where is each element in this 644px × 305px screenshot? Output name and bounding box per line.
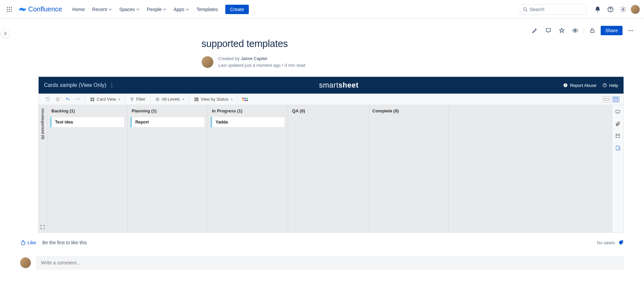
lane: Planning (1)Report (128, 105, 208, 233)
svg-point-14 (574, 30, 576, 32)
svg-point-13 (623, 8, 624, 10)
filter-button[interactable]: Filter (128, 96, 147, 103)
created-by: Created by Jaime Capitel (218, 55, 305, 62)
svg-point-8 (11, 11, 12, 12)
more-actions-icon[interactable] (626, 26, 636, 36)
page-title: supported templates (201, 38, 537, 49)
author-avatar[interactable] (201, 56, 214, 68)
share-button[interactable]: Share (601, 26, 623, 35)
search-icon (523, 7, 527, 12)
card-view-dropdown[interactable]: Card View▾ (88, 96, 122, 103)
byline: Created by Jaime Capitel Last updated ju… (201, 55, 537, 68)
proofs-icon[interactable] (615, 133, 621, 139)
nav-apps[interactable]: Apps (170, 5, 192, 14)
svg-rect-24 (47, 97, 49, 98)
compact-view-toggle[interactable] (603, 96, 610, 102)
svg-point-5 (11, 9, 12, 10)
undo-icon[interactable] (63, 96, 72, 103)
svg-point-4 (9, 9, 10, 10)
right-rail (612, 105, 624, 233)
card[interactable]: Report (130, 117, 205, 128)
all-levels-dropdown[interactable]: All Levels▾ (153, 96, 186, 103)
svg-rect-35 (194, 98, 195, 101)
nav-recent[interactable]: Recent (89, 5, 115, 14)
full-view-toggle[interactable] (612, 96, 619, 102)
user-avatar[interactable] (631, 5, 640, 14)
svg-point-18 (632, 30, 633, 31)
like-button[interactable]: Like (20, 240, 36, 245)
add-label-icon[interactable] (618, 240, 624, 246)
settings-icon[interactable] (618, 4, 629, 15)
restrictions-icon[interactable] (587, 26, 597, 36)
card[interactable]: Yadda (211, 117, 285, 128)
smartsheet-embed: Cards sample (View Only) ⋮ smartsheet Re… (38, 77, 624, 233)
lane-title: Backlog (1) (50, 108, 125, 117)
sidebar-expand-button[interactable] (1, 29, 10, 38)
card[interactable]: Test idea (50, 117, 125, 128)
top-nav: Confluence Home Recent Spaces People App… (0, 0, 644, 19)
product-name: Confluence (28, 5, 62, 13)
svg-point-3 (7, 9, 8, 10)
lane-title: Planning (1) (130, 108, 205, 117)
help-icon[interactable] (605, 4, 616, 15)
last-updated-row: Last updated just a moment ago • 0 min r… (218, 62, 305, 69)
redo-icon (74, 96, 82, 103)
chevron-down-icon (108, 8, 112, 11)
chevron-down-icon: ▾ (119, 98, 120, 101)
confluence-logo[interactable]: Confluence (16, 5, 65, 13)
create-button[interactable]: Create (225, 5, 249, 14)
edit-icon[interactable] (530, 26, 540, 36)
like-prompt: Be the first to like this (42, 240, 87, 245)
svg-point-50 (622, 241, 623, 242)
smartsheet-toolbar: Card View▾ Filter All Levels▾ View by St… (39, 94, 624, 105)
svg-point-7 (9, 11, 10, 12)
smartsheet-header: Cards sample (View Only) ⋮ smartsheet Re… (39, 77, 624, 94)
lane: Backlog (1)Test idea (47, 105, 128, 233)
activity-log-icon[interactable] (615, 145, 621, 151)
reactions-row: Like Be the first to like this No labels (20, 240, 624, 246)
page-actions: Share (0, 19, 644, 36)
nav-home[interactable]: Home (69, 5, 88, 14)
nav-spaces[interactable]: Spaces (116, 5, 143, 14)
svg-point-23 (605, 86, 605, 86)
svg-rect-37 (197, 98, 198, 101)
sheet-menu-icon[interactable]: ⋮ (109, 82, 114, 89)
chevron-down-icon (136, 8, 140, 11)
nav-people[interactable]: People (144, 5, 170, 14)
report-abuse-link[interactable]: Report Abuse (563, 83, 596, 88)
save-icon (43, 96, 52, 103)
uncategorized-rail[interactable]: Uncategorized (0) (39, 105, 47, 233)
app-switcher-icon[interactable] (4, 4, 15, 15)
svg-rect-36 (196, 98, 197, 101)
svg-rect-39 (244, 98, 246, 99)
color-legend-icon[interactable] (240, 97, 250, 102)
chevron-down-icon (163, 8, 166, 11)
search-box[interactable] (520, 4, 587, 15)
chevron-down-icon: ▾ (183, 98, 184, 101)
comment-input[interactable] (36, 256, 624, 270)
chevron-down-icon: ▾ (231, 98, 233, 101)
notifications-icon[interactable] (592, 4, 603, 15)
svg-point-17 (631, 30, 632, 31)
fullscreen-icon[interactable] (40, 224, 46, 231)
search-input[interactable] (530, 7, 584, 12)
svg-rect-43 (246, 100, 248, 101)
labels-section: No labels (597, 240, 624, 246)
comment-avatar (20, 257, 31, 268)
svg-point-2 (11, 7, 12, 8)
comment-icon[interactable] (543, 26, 553, 36)
conversations-icon[interactable] (615, 109, 621, 115)
svg-point-9 (523, 7, 526, 10)
page-header: supported templates Created by Jaime Cap… (201, 38, 537, 68)
svg-point-0 (7, 7, 8, 8)
author-name[interactable]: Jaime Capitel (241, 56, 267, 61)
svg-rect-28 (91, 98, 92, 99)
attachments-icon[interactable] (615, 121, 621, 127)
star-icon[interactable] (557, 26, 567, 36)
help-link[interactable]: Help (602, 83, 618, 88)
nav-templates[interactable]: Templates (193, 5, 221, 14)
svg-rect-31 (93, 100, 94, 101)
view-by-dropdown[interactable]: View by Status▾ (192, 96, 235, 103)
watch-icon[interactable] (570, 26, 580, 36)
svg-rect-44 (604, 98, 608, 100)
